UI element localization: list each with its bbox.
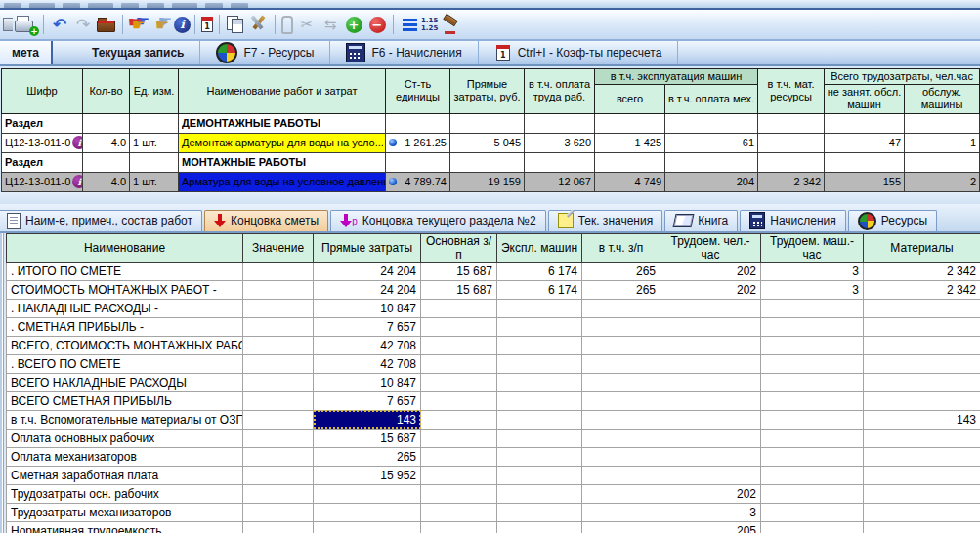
cut-icon[interactable]: ✂ — [295, 13, 319, 36]
value-cell[interactable]: 143 — [864, 410, 980, 429]
unit-cost-cell[interactable] — [386, 152, 450, 172]
totals-row[interactable]: . ВСЕГО ПО СМЕТЕ42 708 — [7, 354, 980, 373]
qty-cell[interactable]: 4.0 — [83, 133, 130, 152]
value-cell[interactable] — [582, 354, 660, 373]
value-cell[interactable] — [761, 299, 864, 317]
value-cell[interactable] — [864, 299, 980, 317]
value-cell[interactable] — [497, 391, 582, 410]
undo-icon[interactable]: ↶ — [48, 13, 71, 36]
tab-resources[interactable]: Ресурсы — [848, 210, 937, 231]
value-cell[interactable] — [660, 336, 761, 354]
value-cell[interactable] — [421, 317, 497, 336]
hh-main-cell[interactable] — [825, 152, 905, 172]
value-cell[interactable] — [421, 410, 497, 429]
totals-row[interactable]: СТОИМОСТЬ МОНТАЖНЫХ РАБОТ -24 20415 6876… — [7, 280, 980, 299]
value-cell[interactable] — [497, 447, 582, 466]
unit-cost-cell[interactable] — [386, 113, 450, 133]
coef-icon[interactable]: 1.151.25 — [421, 13, 441, 36]
value-cell[interactable] — [864, 373, 980, 391]
tab-ctrl-i-coefficients[interactable]: 1Ctrl+I - Коэф-ты пересчета — [479, 41, 679, 64]
value-cell[interactable] — [660, 447, 761, 466]
value-cell[interactable] — [582, 521, 660, 533]
value-cell[interactable]: 15 687 — [421, 280, 497, 299]
mach-total-cell[interactable] — [595, 152, 665, 172]
row-name-cell[interactable]: . ВСЕГО ПО СМЕТЕ — [7, 354, 243, 373]
totals-row[interactable]: ВСЕГО, СТОИМОСТЬ МОНТАЖНЫХ РАБОТ -42 708 — [7, 336, 980, 354]
value-cell[interactable] — [864, 336, 980, 354]
value-cell[interactable] — [864, 354, 980, 373]
value-cell[interactable] — [864, 466, 980, 484]
value-cell[interactable] — [243, 447, 314, 466]
materials-cell[interactable] — [758, 113, 825, 133]
mach-pay-cell[interactable] — [665, 152, 758, 172]
item-info-icon[interactable]: i — [72, 175, 82, 188]
swap-icon[interactable]: ⇆ — [319, 13, 342, 36]
row-name-cell[interactable]: в т.ч. Вспомогательные материалы от ОЗП — [7, 410, 243, 429]
value-cell[interactable] — [243, 280, 314, 299]
totals-row[interactable]: . НАКЛАДНЫЕ РАСХОДЫ -10 847 — [7, 299, 980, 317]
hh-main-cell[interactable] — [825, 113, 905, 133]
value-cell[interactable] — [582, 373, 660, 391]
shifr-cell[interactable]: Ц12-13-011-0i — [2, 172, 83, 191]
remove-circle-icon[interactable] — [365, 13, 389, 36]
totals-row[interactable]: Оплата основных рабочих15 687 — [7, 429, 980, 447]
value-cell[interactable] — [761, 466, 864, 484]
value-cell[interactable] — [421, 391, 497, 410]
value-cell[interactable] — [421, 447, 497, 466]
value-cell[interactable]: 202 — [660, 280, 761, 299]
value-cell[interactable] — [421, 373, 497, 391]
value-cell[interactable] — [497, 429, 582, 447]
hh-mach-cell[interactable] — [905, 113, 980, 133]
hh-mach-cell[interactable] — [905, 152, 980, 172]
value-cell[interactable] — [864, 391, 980, 410]
hh-mach-cell[interactable]: 1 — [905, 133, 980, 152]
value-cell[interactable] — [314, 484, 421, 503]
value-cell[interactable] — [243, 373, 314, 391]
value-cell[interactable]: 205 — [660, 521, 761, 533]
value-cell[interactable]: 6 174 — [497, 280, 582, 299]
qty-cell[interactable] — [83, 113, 130, 133]
value-cell[interactable] — [243, 466, 314, 484]
value-cell[interactable] — [582, 466, 660, 484]
value-cell[interactable] — [243, 336, 314, 354]
value-cell[interactable] — [660, 391, 761, 410]
value-cell[interactable] — [497, 354, 582, 373]
value-cell[interactable] — [421, 336, 497, 354]
mach-pay-cell[interactable]: 204 — [665, 172, 758, 191]
row-name-cell[interactable]: ВСЕГО, СТОИМОСТЬ МОНТАЖНЫХ РАБОТ - — [7, 336, 243, 354]
mach-total-cell[interactable]: 1 425 — [595, 133, 665, 152]
value-cell[interactable] — [660, 373, 761, 391]
totals-row[interactable]: Нормативная трудоемкость205 — [7, 521, 980, 533]
value-cell[interactable] — [582, 410, 660, 429]
copy-icon[interactable] — [224, 13, 247, 36]
value-cell[interactable] — [761, 429, 864, 447]
unit-cell[interactable]: 1 шт. — [130, 172, 179, 191]
value-cell[interactable] — [660, 317, 761, 336]
totals-row[interactable]: Трудозатраты механизаторов3 — [7, 503, 980, 521]
value-cell[interactable] — [582, 391, 660, 410]
totals-row[interactable]: . ИТОГО ПО СМЕТЕ24 20415 6876 1742652023… — [7, 262, 980, 280]
section-row[interactable]: РазделМОНТАЖНЫЕ РАБОТЫ — [2, 152, 980, 172]
value-cell[interactable] — [582, 336, 660, 354]
value-cell[interactable] — [243, 354, 314, 373]
mach-total-cell[interactable]: 4 749 — [595, 172, 665, 191]
value-cell[interactable]: 24 204 — [314, 262, 421, 280]
direct-cell[interactable]: 5 045 — [450, 133, 525, 152]
value-info-icon[interactable] — [389, 178, 397, 185]
value-cell[interactable]: 2 342 — [864, 262, 980, 280]
value-cell[interactable] — [582, 429, 660, 447]
hand-edit-icon[interactable]: ☛ — [127, 13, 150, 36]
value-cell[interactable] — [582, 299, 660, 317]
tab-smeta[interactable]: мета — [0, 41, 53, 64]
value-cell[interactable]: 265 — [582, 262, 660, 280]
value-cell[interactable]: 7 657 — [314, 317, 421, 336]
redo-icon[interactable]: ↷ — [71, 13, 95, 36]
value-cell[interactable] — [421, 299, 497, 317]
value-cell[interactable] — [761, 373, 864, 391]
value-cell[interactable] — [864, 429, 980, 447]
value-cell[interactable]: 3 — [761, 262, 864, 280]
value-cell[interactable] — [497, 521, 582, 533]
value-cell[interactable] — [582, 447, 660, 466]
value-cell[interactable] — [864, 484, 980, 503]
add-circle-icon[interactable] — [342, 13, 365, 36]
